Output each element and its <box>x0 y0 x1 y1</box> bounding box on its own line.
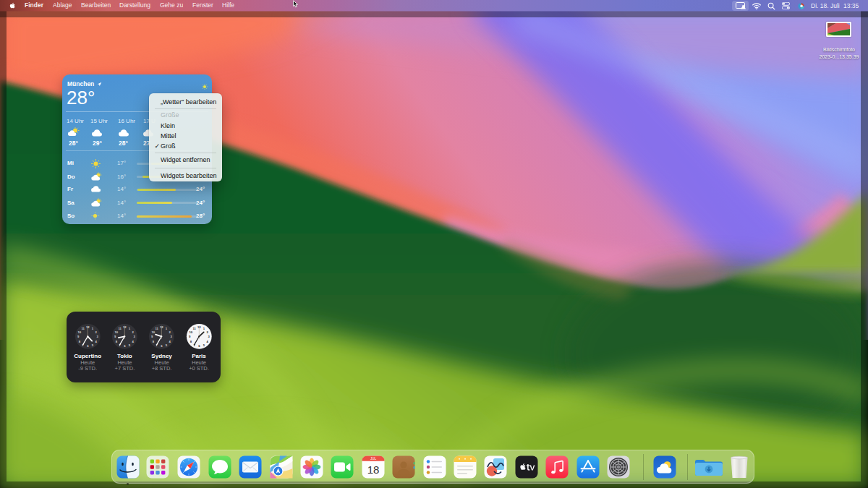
svg-text:11: 11 <box>119 327 122 330</box>
svg-text:18: 18 <box>367 463 380 476</box>
svg-text:10: 10 <box>189 330 192 333</box>
svg-text:JUL: JUL <box>370 457 377 461</box>
svg-text:11: 11 <box>156 327 159 330</box>
svg-text:11: 11 <box>192 327 196 330</box>
svg-text:10: 10 <box>115 330 119 333</box>
svg-text:12: 12 <box>123 325 127 329</box>
svg-text:10: 10 <box>152 330 156 333</box>
svg-text:10: 10 <box>77 330 81 333</box>
svg-text:11: 11 <box>81 327 85 330</box>
svg-text:12: 12 <box>160 325 163 329</box>
svg-text:12: 12 <box>197 325 201 329</box>
svg-text:12: 12 <box>86 325 90 329</box>
